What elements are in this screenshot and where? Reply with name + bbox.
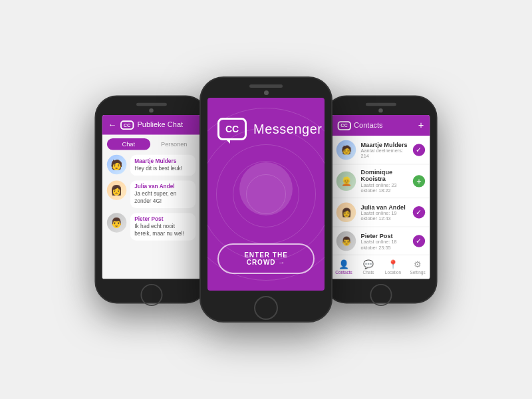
right-screen: CC Contacts + 🧑 Maartje Mulders Aantal d… xyxy=(331,115,430,279)
contact-item-4[interactable]: 👨 Pieter Post Laatst online: 18 oktober … xyxy=(331,227,430,254)
messenger-title: Messenger xyxy=(253,122,322,137)
chat-bubble-1: Maartje Mulders Hey dit is best leuk! xyxy=(130,155,196,176)
right-home-button[interactable] xyxy=(370,284,392,306)
contact-name-3: Julia van Andel xyxy=(361,203,408,210)
location-label: Location xyxy=(385,271,401,275)
center-logo-area: CC Messenger xyxy=(217,118,322,140)
chat-msg-3: Ik had echt nooit bereik, maar nu wel! xyxy=(134,223,192,238)
contact-avatar-4: 👨 xyxy=(336,231,356,251)
phones-container: ← CC Publieke Chat Chat Personen 🧑 Maart… xyxy=(90,76,442,323)
settings-icon: ⚙ xyxy=(414,259,422,269)
left-phone: ← CC Publieke Chat Chat Personen 🧑 Maart… xyxy=(94,96,207,304)
contact-sub-1: Aantal deelnemers: 214 xyxy=(361,148,408,159)
tab-personen[interactable]: Personen xyxy=(152,138,196,150)
chat-bubble-3: Pieter Post Ik had echt nooit bereik, ma… xyxy=(130,213,196,241)
chat-bubble-2: Julia van Andel Ja echt super, en zonder… xyxy=(130,180,196,208)
contact-action-1[interactable]: ✓ xyxy=(413,144,425,156)
center-camera xyxy=(264,90,269,95)
add-contact-button[interactable]: + xyxy=(418,120,424,131)
contact-info-1: Maartje Mulders Aantal deelnemers: 214 xyxy=(361,141,408,159)
footer-location[interactable]: 📍 Location xyxy=(381,257,406,277)
contact-item-2[interactable]: 👱 Dominique Kooistra Laatst online: 23 o… xyxy=(331,165,430,199)
right-speaker xyxy=(366,103,396,106)
contacts-label: Contacts xyxy=(335,271,352,275)
contacts-title: Contacts xyxy=(354,121,383,130)
left-title: Publieke Chat xyxy=(137,120,183,129)
contact-info-2: Dominique Kooistra Laatst online: 23 okt… xyxy=(361,169,408,194)
chats-label: Chats xyxy=(363,271,374,275)
avatar-3: 👨 xyxy=(107,213,126,232)
contact-avatar-1: 🧑 xyxy=(336,140,356,160)
chat-msg-1: Hey dit is best leuk! xyxy=(134,165,192,172)
cc-logo-right: CC xyxy=(338,121,351,130)
contact-info-4: Pieter Post Laatst online: 18 oktober 23… xyxy=(361,232,408,250)
center-orb xyxy=(239,162,293,215)
contact-action-3[interactable]: ✓ xyxy=(413,206,425,218)
contact-name-4: Pieter Post xyxy=(361,232,408,239)
contact-action-2[interactable]: + xyxy=(413,175,425,187)
contacts-icon: 👤 xyxy=(338,259,349,269)
cc-logo-center: CC xyxy=(217,118,247,140)
chat-item-3[interactable]: 👨 Pieter Post Ik had echt nooit bereik, … xyxy=(107,213,196,241)
contact-avatar-3: 👩 xyxy=(336,203,356,222)
right-camera xyxy=(378,108,382,112)
footer-settings[interactable]: ⚙ Settings xyxy=(406,257,430,277)
contact-action-4[interactable]: ✓ xyxy=(413,235,425,247)
contact-sub-3: Laatst online: 19 oktober 12:43 xyxy=(361,210,408,221)
center-screen: CC Messenger ENTER THE CROWD → xyxy=(207,98,325,291)
contact-info-3: Julia van Andel Laatst online: 19 oktobe… xyxy=(361,203,408,221)
right-phone: CC Contacts + 🧑 Maartje Mulders Aantal d… xyxy=(324,96,437,304)
chat-item-1[interactable]: 🧑 Maartje Mulders Hey dit is best leuk! xyxy=(107,155,196,176)
settings-label: Settings xyxy=(410,271,425,275)
footer-contacts[interactable]: 👤 Contacts xyxy=(331,257,356,277)
enter-crowd-button[interactable]: ENTER THE CROWD → xyxy=(217,243,315,274)
contact-name-2: Dominique Kooistra xyxy=(361,169,408,182)
cc-logo-left: CC xyxy=(120,120,134,130)
center-phone: CC Messenger ENTER THE CROWD → xyxy=(200,76,332,323)
back-arrow[interactable]: ← xyxy=(108,120,117,130)
tabs-row: Chat Personen xyxy=(102,134,200,152)
center-speaker xyxy=(249,84,283,88)
chat-name-1: Maartje Mulders xyxy=(134,158,192,164)
chat-name-3: Pieter Post xyxy=(134,216,192,222)
location-icon: 📍 xyxy=(388,259,398,269)
chat-name-2: Julia van Andel xyxy=(134,184,192,190)
right-header: CC Contacts + xyxy=(331,115,430,136)
chat-list: 🧑 Maartje Mulders Hey dit is best leuk! … xyxy=(102,152,200,279)
avatar-2: 👩 xyxy=(107,180,126,200)
right-footer: 👤 Contacts 💬 Chats 📍 Location ⚙ Settings xyxy=(331,255,430,279)
chats-icon: 💬 xyxy=(363,259,374,269)
chat-msg-2: Ja echt super, en zonder 4G! xyxy=(134,191,192,205)
contact-name-1: Maartje Mulders xyxy=(361,141,408,148)
footer-chats[interactable]: 💬 Chats xyxy=(356,257,380,277)
cc-text: CC xyxy=(225,124,239,134)
chat-item-2[interactable]: 👩 Julia van Andel Ja echt super, en zond… xyxy=(107,180,196,208)
left-home-button[interactable] xyxy=(140,284,162,306)
center-home-button[interactable] xyxy=(254,296,278,320)
contact-item-3[interactable]: 👩 Julia van Andel Laatst online: 19 okto… xyxy=(331,198,430,227)
contact-sub-2: Laatst online: 23 oktober 18:22 xyxy=(361,182,408,194)
left-header: ← CC Publieke Chat xyxy=(102,115,200,134)
contacts-list: 🧑 Maartje Mulders Aantal deelnemers: 214… xyxy=(331,136,430,254)
contact-avatar-2: 👱 xyxy=(336,172,356,191)
right-header-left: CC Contacts xyxy=(338,121,383,130)
left-screen: ← CC Publieke Chat Chat Personen 🧑 Maart… xyxy=(102,115,200,279)
left-camera xyxy=(149,108,153,112)
left-speaker xyxy=(136,103,167,106)
contact-sub-4: Laatst online: 18 oktober 23:55 xyxy=(361,239,408,250)
tab-chat[interactable]: Chat xyxy=(107,138,150,150)
contact-item-1[interactable]: 🧑 Maartje Mulders Aantal deelnemers: 214… xyxy=(331,136,430,164)
avatar-1: 🧑 xyxy=(107,155,126,174)
